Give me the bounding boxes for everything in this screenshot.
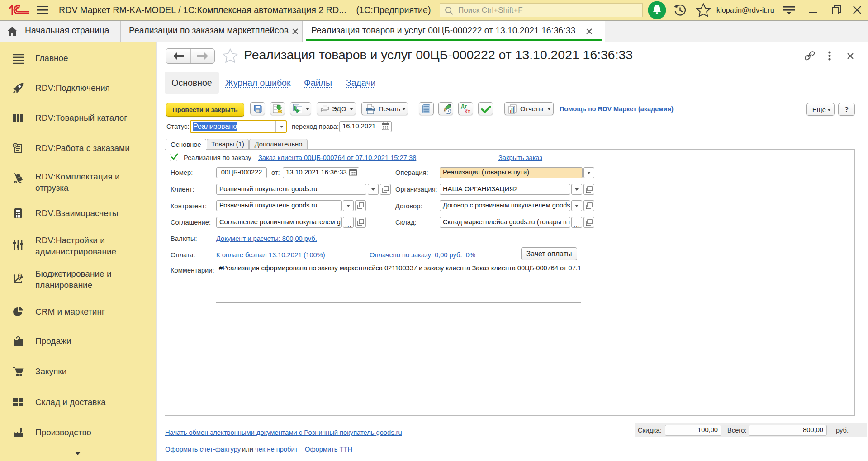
svg-text:₽: ₽: [19, 274, 21, 278]
